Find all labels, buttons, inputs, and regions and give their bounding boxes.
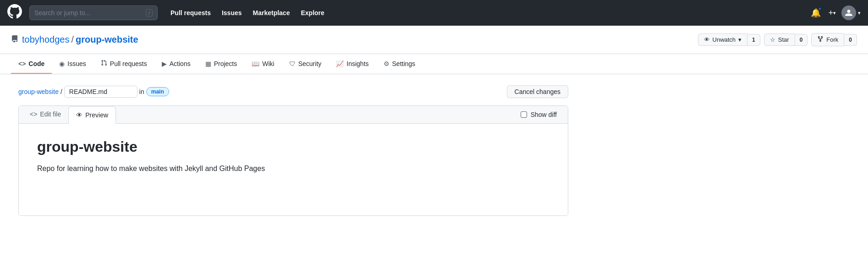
editor-tabs: <> Edit file 👁 Preview Show diff: [19, 106, 568, 124]
unwatch-label: Unwatch: [713, 36, 736, 43]
star-button[interactable]: ☆ Star: [764, 33, 795, 46]
notifications-button[interactable]: 🔔: [809, 6, 823, 20]
tab-pr-label: Pull requests: [110, 60, 147, 67]
file-header: group-website / in main Cancel changes: [18, 85, 568, 98]
search-box[interactable]: /: [29, 6, 158, 20]
tab-edit-file[interactable]: <> Edit file: [22, 106, 68, 123]
chevron-down-icon: ▾: [738, 36, 742, 43]
avatar: [841, 6, 856, 20]
in-label: in: [139, 88, 144, 95]
top-nav-right: 🔔 + ▾ ▾: [809, 6, 861, 20]
tab-security-label: Security: [298, 60, 322, 67]
tab-edit-label: Edit file: [40, 110, 61, 118]
tab-preview[interactable]: 👁 Preview: [68, 106, 116, 124]
repo-owner-link[interactable]: tobyhodges: [22, 34, 69, 45]
tab-wiki[interactable]: 📖 Wiki: [244, 55, 281, 74]
wiki-icon: 📖: [252, 60, 259, 67]
add-button[interactable]: + ▾: [826, 6, 838, 20]
eye-icon: 👁: [76, 111, 82, 119]
github-logo[interactable]: [7, 4, 22, 22]
tab-issues[interactable]: ◉ Issues: [52, 55, 93, 74]
tab-pull-requests[interactable]: Pull requests: [93, 54, 154, 74]
show-diff-checkbox[interactable]: [521, 111, 527, 118]
repo-header: tobyhodges / group-website 👁 Unwatch ▾ 1…: [0, 26, 868, 54]
repo-name-link[interactable]: group-website: [76, 34, 138, 45]
nav-explore[interactable]: Explore: [295, 9, 330, 17]
search-input[interactable]: [34, 9, 142, 17]
preview-content: group-website Repo for learning how to m…: [19, 124, 568, 215]
eye-icon: 👁: [704, 36, 710, 43]
slash-badge: /: [146, 9, 153, 17]
tab-wiki-label: Wiki: [262, 60, 274, 67]
main-content: group-website / in main Cancel changes <…: [0, 74, 587, 227]
unwatch-count: 1: [747, 34, 760, 46]
edit-icon: <>: [30, 110, 37, 118]
shield-icon: 🛡: [289, 60, 296, 67]
top-nav-links: Pull requests Issues Marketplace Explore: [165, 9, 802, 17]
repo-breadcrumb: tobyhodges / group-website: [11, 34, 138, 45]
insights-icon: 📈: [336, 60, 344, 67]
plus-icon: +: [828, 8, 833, 18]
fork-icon: [817, 36, 824, 44]
unwatch-button[interactable]: 👁 Unwatch ▾: [698, 33, 747, 46]
chevron-down-icon: ▾: [833, 10, 836, 16]
tab-projects[interactable]: ▦ Projects: [198, 55, 245, 74]
editor-tab-left: <> Edit file 👁 Preview: [22, 106, 116, 123]
tab-settings[interactable]: ⚙ Settings: [376, 55, 423, 74]
tab-security[interactable]: 🛡 Security: [282, 55, 329, 74]
breadcrumb-separator: /: [60, 88, 62, 95]
unwatch-group: 👁 Unwatch ▾ 1: [698, 33, 760, 46]
avatar-button[interactable]: ▾: [841, 6, 861, 20]
cancel-changes-button[interactable]: Cancel changes: [507, 85, 568, 98]
tab-code-label: Code: [28, 60, 44, 67]
tab-insights-label: Insights: [346, 60, 368, 67]
fork-group: Fork 0: [811, 33, 857, 46]
avatar-chevron-icon: ▾: [858, 10, 861, 16]
tab-preview-label: Preview: [85, 111, 108, 119]
preview-title: group-website: [37, 138, 549, 155]
tab-projects-label: Projects: [214, 60, 237, 67]
repo-separator: /: [71, 34, 74, 45]
fork-label: Fork: [826, 36, 838, 43]
circle-dot-icon: ◉: [59, 60, 65, 67]
gear-icon: ⚙: [384, 60, 390, 67]
notification-dot: [818, 7, 822, 11]
editor-panel: <> Edit file 👁 Preview Show diff group-w…: [18, 105, 568, 216]
star-count: 0: [795, 34, 808, 46]
nav-marketplace[interactable]: Marketplace: [247, 9, 296, 17]
branch-badge: main: [146, 87, 169, 96]
tab-issues-label: Issues: [67, 60, 86, 67]
star-icon: ☆: [770, 36, 775, 43]
fork-button[interactable]: Fork: [811, 33, 844, 46]
pull-request-icon: [101, 60, 107, 67]
nav-issues[interactable]: Issues: [216, 9, 247, 17]
tab-nav: <> Code ◉ Issues Pull requests ▶ Actions…: [0, 54, 868, 74]
repo-actions: 👁 Unwatch ▾ 1 ☆ Star 0 Fork 0: [698, 33, 857, 46]
tab-insights[interactable]: 📈 Insights: [329, 55, 376, 74]
tab-actions[interactable]: ▶ Actions: [154, 55, 198, 74]
tab-code[interactable]: <> Code: [11, 55, 52, 74]
filename-input[interactable]: [64, 86, 137, 98]
tab-actions-label: Actions: [170, 60, 191, 67]
star-label: Star: [778, 36, 789, 43]
file-breadcrumb: group-website / in main: [18, 86, 169, 98]
tab-settings-label: Settings: [392, 60, 416, 67]
nav-pull-requests[interactable]: Pull requests: [165, 9, 216, 17]
repo-icon: [11, 35, 18, 44]
show-diff-text: Show diff: [531, 111, 557, 118]
top-nav: / Pull requests Issues Marketplace Explo…: [0, 0, 868, 26]
actions-icon: ▶: [162, 60, 167, 67]
repo-breadcrumb-link[interactable]: group-website: [18, 88, 59, 95]
preview-description: Repo for learning how to make websites w…: [37, 163, 549, 175]
show-diff-label[interactable]: Show diff: [513, 107, 564, 122]
code-icon: <>: [18, 60, 26, 67]
star-group: ☆ Star 0: [764, 33, 808, 46]
fork-count: 0: [844, 34, 857, 46]
projects-icon: ▦: [205, 60, 211, 67]
